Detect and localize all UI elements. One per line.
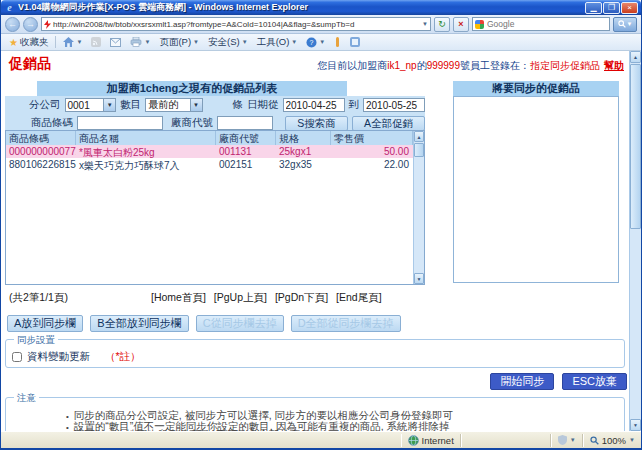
date-to-input[interactable] bbox=[363, 98, 425, 112]
count-select[interactable]: 最前的 ▼ bbox=[145, 98, 202, 112]
vendor-label: 廠商代號 bbox=[171, 116, 213, 130]
minimize-button[interactable]: ▁ bbox=[585, 2, 602, 14]
all-promos-button[interactable]: A全部促銷品 bbox=[352, 116, 425, 131]
zoom-level: 100% bbox=[602, 435, 626, 446]
table-scrollbar[interactable]: ▲ ▼ bbox=[413, 131, 424, 284]
esc-cancel-button[interactable]: ESC放棄 bbox=[562, 373, 627, 390]
forward-button[interactable]: → bbox=[23, 17, 38, 32]
main-actions: 開始同步 ESC放棄 bbox=[490, 373, 627, 390]
read-mail-icon bbox=[110, 38, 121, 47]
chevron-down-icon: ▼ bbox=[103, 99, 115, 111]
toolbar-separator bbox=[55, 36, 56, 48]
nav-pgdn-link[interactable]: [PgDn下頁] bbox=[275, 291, 328, 305]
menu-page[interactable]: 页面(P)▼ bbox=[157, 35, 201, 50]
unit-label: 條 bbox=[233, 98, 244, 112]
home-button[interactable]: ▼ bbox=[61, 36, 84, 48]
ie-logo-icon: e bbox=[4, 2, 15, 13]
login-status-line: 您目前以加盟商ik1_np的999999號員工登錄在：指定同步促銷品幫助 bbox=[317, 59, 624, 73]
promo-list-header: 加盟商1cheng之現有的促銷品列表 bbox=[37, 81, 347, 96]
notes-fieldset: 注意 •同步的商品分公司設定, 被同步方可以選擇, 同步方的要以相應分公司身份登… bbox=[5, 397, 625, 431]
pagination-nav: [Home首頁] [PgUp上頁] [PgDn下頁] [End尾頁] bbox=[151, 291, 382, 305]
command-toolbar: ★ 收藏夹 ▼ ▼ 页面(P)▼ 安全(S)▼ 工具(O)▼ ? ▼ bbox=[1, 34, 641, 51]
data-update-checkbox[interactable] bbox=[12, 352, 22, 362]
magnifier-icon bbox=[590, 436, 599, 445]
close-button[interactable]: × bbox=[621, 2, 638, 14]
nav-end-link[interactable]: [End尾頁] bbox=[336, 291, 382, 305]
addon-button-1[interactable] bbox=[332, 36, 343, 48]
sync-mode-label: 指定同步促銷品 bbox=[530, 60, 600, 71]
zone-indicator: Internet bbox=[401, 434, 461, 447]
menu-safety[interactable]: 安全(S)▼ bbox=[206, 35, 250, 50]
help-button[interactable]: ? ▼ bbox=[304, 36, 327, 49]
protected-mode-button[interactable]: ▼ bbox=[551, 434, 583, 447]
url-input[interactable] bbox=[53, 20, 420, 29]
notes-legend: 注意 bbox=[14, 392, 39, 405]
globe-icon bbox=[408, 435, 419, 446]
date-to-label: 到 bbox=[349, 98, 360, 112]
employee-no: 999999 bbox=[427, 60, 460, 71]
count-label: 數目 bbox=[120, 98, 141, 112]
feed-button[interactable] bbox=[89, 36, 103, 48]
nav-home-link[interactable]: [Home首頁] bbox=[151, 291, 206, 305]
search-products-button[interactable]: S搜索商品 bbox=[285, 116, 348, 131]
scroll-down-icon[interactable]: ▼ bbox=[414, 273, 424, 284]
scroll-up-icon[interactable]: ▲ bbox=[414, 131, 424, 142]
title-bar: e V1.04購物網同步作業[X-POS 雲端商務網] - Windows In… bbox=[1, 0, 641, 15]
sync-target-header: 將要同步的促銷品 bbox=[453, 81, 619, 96]
help-link[interactable]: 幫助 bbox=[604, 60, 624, 71]
site-favicon-icon bbox=[44, 19, 51, 28]
start-sync-button[interactable]: 開始同步 bbox=[490, 373, 554, 390]
search-go-button[interactable]: ▼ bbox=[613, 17, 637, 32]
sync-settings-fieldset: 同步設置 資料變動更新 （*註） bbox=[5, 339, 625, 368]
magnifier-icon bbox=[618, 20, 626, 28]
svg-text:?: ? bbox=[310, 39, 314, 46]
add-to-sync-button[interactable]: A放到同步欄 bbox=[7, 315, 83, 332]
refresh-button[interactable]: ↻ bbox=[434, 17, 450, 32]
branch-label: 分公司 bbox=[29, 98, 61, 112]
scroll-up-icon[interactable]: ▲ bbox=[630, 51, 641, 63]
vendor-input[interactable] bbox=[217, 116, 273, 130]
menu-tools[interactable]: 工具(O)▼ bbox=[255, 35, 300, 50]
merchant-id: ik1_np bbox=[387, 60, 416, 71]
date-from-input[interactable] bbox=[283, 98, 345, 112]
nav-pgup-link[interactable]: [PgUp上頁] bbox=[214, 291, 267, 305]
barcode-label: 商品條碼 bbox=[31, 116, 73, 130]
web-search-input[interactable] bbox=[487, 19, 607, 29]
zoom-control[interactable]: 100% ▼ bbox=[583, 434, 641, 447]
address-bar: ← → ▼ ↻ × ▼ bbox=[1, 15, 641, 34]
back-button[interactable]: ← bbox=[5, 17, 20, 32]
url-dropdown-icon[interactable]: ▼ bbox=[422, 21, 428, 27]
printer-icon bbox=[130, 37, 142, 47]
home-icon bbox=[63, 37, 74, 47]
page-title: 促銷品 bbox=[9, 55, 51, 73]
chevron-down-icon: ▼ bbox=[190, 99, 202, 111]
remove-all-from-sync-button: D全部從同步欄去掉 bbox=[291, 315, 401, 332]
scrollbar-thumb[interactable] bbox=[414, 143, 424, 157]
branch-select[interactable]: 0001 ▼ bbox=[65, 98, 117, 112]
page-scrollbar[interactable]: ▲ ▼ bbox=[629, 51, 641, 431]
scrollbar-thumb[interactable] bbox=[630, 64, 641, 229]
barcode-input[interactable] bbox=[77, 116, 163, 130]
favorites-star-icon: ★ bbox=[9, 37, 18, 48]
sync-target-listbox[interactable] bbox=[453, 96, 619, 283]
note-marker: （*註） bbox=[105, 350, 141, 364]
shield-icon bbox=[558, 435, 567, 445]
stop-button[interactable]: × bbox=[453, 17, 469, 32]
print-button[interactable]: ▼ bbox=[128, 36, 152, 48]
feed-icon bbox=[91, 37, 101, 47]
google-icon bbox=[475, 20, 484, 29]
table-row[interactable]: 0000000000772 *風車太白粉25kg 001131 25kgx1 5… bbox=[6, 145, 424, 158]
sync-settings-legend: 同步設置 bbox=[14, 334, 58, 347]
help-icon: ? bbox=[306, 37, 317, 48]
table-row[interactable]: 8801062268153 x樂天巧克力巧酥球7入 002151 32gx35 … bbox=[6, 158, 424, 171]
record-count: (共2筆1/1頁) bbox=[9, 291, 68, 305]
restore-button[interactable]: ❐ bbox=[603, 2, 620, 14]
sync-list-actions: A放到同步欄 B全部放到同步欄 C從同步欄去掉 D全部從同步欄去掉 bbox=[7, 315, 401, 332]
favorites-button[interactable]: ★ 收藏夹 bbox=[7, 35, 50, 50]
scroll-down-icon[interactable]: ▼ bbox=[630, 419, 641, 431]
addon-button-2[interactable] bbox=[348, 36, 362, 48]
table-header-row: 商品條碼 商品名稱 廠商代號 規格 零售價 bbox=[6, 131, 424, 145]
window-title: V1.04購物網同步作業[X-POS 雲端商務網] - Windows Inte… bbox=[18, 1, 585, 14]
add-all-to-sync-button[interactable]: B全部放到同步欄 bbox=[90, 315, 188, 332]
read-mail-button[interactable] bbox=[108, 37, 123, 48]
